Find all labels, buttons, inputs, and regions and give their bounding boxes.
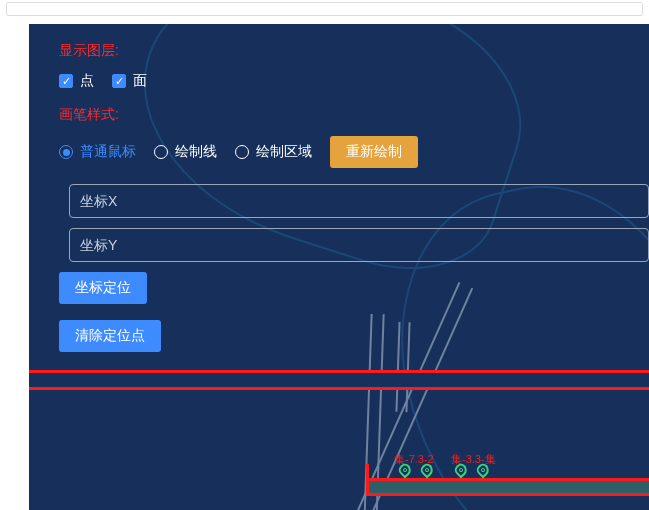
layers-row: ✓ 点 ✓ 面 xyxy=(59,72,635,90)
radio-icon xyxy=(235,145,249,159)
check-icon: ✓ xyxy=(59,74,73,88)
brush-row: 普通鼠标 绘制线 绘制区域 重新绘制 xyxy=(59,136,635,168)
radio-icon xyxy=(154,145,168,159)
radio-label: 绘制区域 xyxy=(256,143,312,161)
brush-title: 画笔样式: xyxy=(59,106,635,124)
layers-title: 显示图层: xyxy=(59,42,635,60)
radio-icon xyxy=(59,145,73,159)
radio-normal-cursor[interactable]: 普通鼠标 xyxy=(59,143,136,161)
radio-label: 普通鼠标 xyxy=(80,143,136,161)
redraw-button[interactable]: 重新绘制 xyxy=(330,136,418,168)
coord-y-input[interactable] xyxy=(69,228,649,262)
red-track xyxy=(366,478,649,496)
checkbox-point[interactable]: ✓ 点 xyxy=(59,72,94,90)
radio-draw-area[interactable]: 绘制区域 xyxy=(235,143,312,161)
checkbox-polygon[interactable]: ✓ 面 xyxy=(112,72,147,90)
coord-x-input[interactable] xyxy=(69,184,649,218)
checkbox-label: 面 xyxy=(133,72,147,90)
top-bar-placeholder xyxy=(6,2,643,16)
controls: 显示图层: ✓ 点 ✓ 面 画笔样式: 普通鼠标 绘制线 绘制区域 xyxy=(29,24,649,352)
map-panel: 集-7.3-2 集-3.3-集 显示图层: ✓ 点 ✓ 面 画笔样式: 普通鼠标 xyxy=(29,24,649,510)
red-horizontal-band xyxy=(29,370,649,390)
check-icon: ✓ xyxy=(112,74,126,88)
radio-draw-line[interactable]: 绘制线 xyxy=(154,143,217,161)
locate-button[interactable]: 坐标定位 xyxy=(59,272,147,304)
clear-points-button[interactable]: 清除定位点 xyxy=(59,320,161,352)
radio-label: 绘制线 xyxy=(175,143,217,161)
checkbox-label: 点 xyxy=(80,72,94,90)
